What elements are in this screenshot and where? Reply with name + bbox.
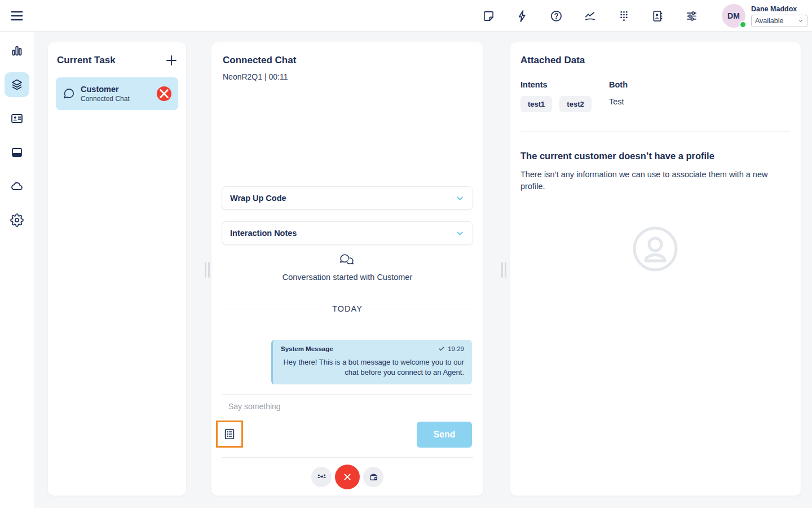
message-sender: System Message	[281, 345, 333, 352]
divider	[222, 394, 473, 395]
current-task-panel: Current Task Customer Connected Chat	[48, 42, 186, 496]
status-select[interactable]: Available	[751, 15, 807, 27]
cloud-icon	[10, 179, 24, 193]
task-name: Customer	[81, 85, 151, 94]
user-name: Dane Maddox	[751, 5, 807, 13]
divider-line	[370, 309, 472, 309]
add-task-button[interactable]	[165, 54, 178, 67]
conversation-started-text: Conversation started with Customer	[211, 273, 483, 282]
performance-icon[interactable]	[579, 5, 601, 27]
sidebar-item-cloud[interactable]	[5, 174, 29, 199]
delivered-check-icon	[438, 345, 445, 352]
canned-responses-icon	[223, 428, 236, 440]
attached-data-title: Attached Data	[520, 55, 585, 66]
close-icon	[158, 87, 170, 100]
plus-icon	[165, 54, 178, 67]
task-type: Connected Chat	[81, 95, 151, 103]
chat-title: Connected Chat	[223, 55, 296, 66]
task-texts: Customer Connected Chat	[81, 85, 151, 103]
layers-icon	[10, 78, 24, 91]
status-dot	[739, 21, 747, 28]
avatar[interactable]: DM	[722, 4, 745, 28]
send-button[interactable]: Send	[417, 422, 472, 448]
chevron-down-icon	[455, 194, 465, 203]
chat-panel: Connected Chat NeonR2Q1 | 00:11 Wrap Up …	[211, 42, 483, 496]
both-value: Test	[609, 97, 624, 106]
intent-chips: test1 test2	[520, 96, 592, 112]
bar-chart-icon	[10, 44, 24, 58]
sidebar-item-activity[interactable]	[5, 38, 29, 63]
note-icon[interactable]	[477, 5, 500, 27]
sidebar-item-contact-card[interactable]	[5, 106, 29, 131]
transfer-icon	[316, 472, 327, 483]
wrap-up-icon	[368, 472, 379, 483]
contacts-icon[interactable]	[646, 5, 669, 27]
menu-icon[interactable]	[9, 8, 25, 24]
end-chat-button[interactable]	[335, 465, 360, 489]
wrap-up-code-dropdown[interactable]: Wrap Up Code	[222, 186, 473, 210]
divider-line	[223, 309, 324, 309]
chevron-down-icon	[798, 18, 804, 24]
sidebar-item-apps[interactable]	[5, 140, 29, 165]
task-card-customer[interactable]: Customer Connected Chat	[56, 77, 178, 110]
help-icon[interactable]	[545, 5, 567, 27]
panel-resize-handle[interactable]	[205, 262, 210, 278]
user-block: DM Dane Maddox Available	[714, 4, 807, 28]
avatar-initials: DM	[727, 11, 740, 20]
conversation-start-block: Conversation started with Customer	[211, 252, 483, 282]
no-profile-text: There isn’t any information we can use t…	[520, 169, 788, 192]
message-meta: 19:29	[438, 345, 464, 352]
system-message-bubble: System Message 19:29 Hey there! This is …	[271, 340, 472, 384]
both-label: Both	[609, 80, 628, 89]
window-icon	[10, 146, 24, 159]
panel-resize-handle[interactable]	[501, 262, 507, 278]
wrap-up-code-label: Wrap Up Code	[230, 194, 286, 203]
close-icon	[343, 472, 352, 481]
intent-chip: test1	[520, 96, 552, 112]
chat-session-info: NeonR2Q1 | 00:11	[223, 72, 288, 81]
conversation-icon	[338, 252, 356, 269]
divider	[520, 131, 790, 132]
top-bar: DM Dane Maddox Available	[0, 0, 812, 32]
message-time: 19:29	[448, 345, 464, 352]
profile-placeholder-icon	[632, 226, 678, 272]
user-meta: Dane Maddox Available	[751, 5, 807, 27]
wrap-up-button[interactable]	[363, 467, 383, 487]
intents-label: Intents	[520, 80, 548, 89]
transfer-button[interactable]	[311, 467, 332, 487]
agent-desktop: DM Dane Maddox Available	[0, 0, 812, 508]
current-task-title: Current Task	[57, 55, 116, 66]
chat-bubble-icon	[63, 87, 75, 100]
left-rail	[0, 32, 34, 508]
attached-data-panel: Attached Data Intents Both test1 test2 T…	[510, 42, 801, 496]
message-text: Hey there! This is a bot message to welc…	[281, 357, 464, 377]
interaction-notes-dropdown[interactable]: Interaction Notes	[222, 221, 473, 245]
status-value: Available	[755, 17, 784, 25]
contact-card-icon	[10, 112, 24, 125]
day-divider: TODAY	[223, 304, 472, 313]
dialpad-icon[interactable]	[612, 5, 635, 27]
interaction-notes-label: Interaction Notes	[230, 229, 297, 238]
quick-actions-icon[interactable]	[511, 5, 533, 27]
topbar-actions: DM Dane Maddox Available	[477, 0, 807, 32]
chat-actions	[211, 465, 483, 489]
day-divider-label: TODAY	[332, 304, 363, 313]
chat-message-input[interactable]	[228, 399, 454, 414]
no-profile-title: The current customer doesn’t have a prof…	[520, 151, 714, 161]
preferences-icon[interactable]	[680, 5, 703, 27]
divider	[222, 457, 473, 458]
sidebar-item-settings[interactable]	[5, 208, 29, 233]
canned-responses-button[interactable]	[216, 421, 243, 448]
chevron-down-icon	[455, 229, 465, 238]
sidebar-item-interactions[interactable]	[5, 72, 29, 97]
intent-chip: test2	[559, 96, 591, 112]
gear-icon	[10, 213, 24, 227]
end-task-button[interactable]	[157, 86, 171, 101]
